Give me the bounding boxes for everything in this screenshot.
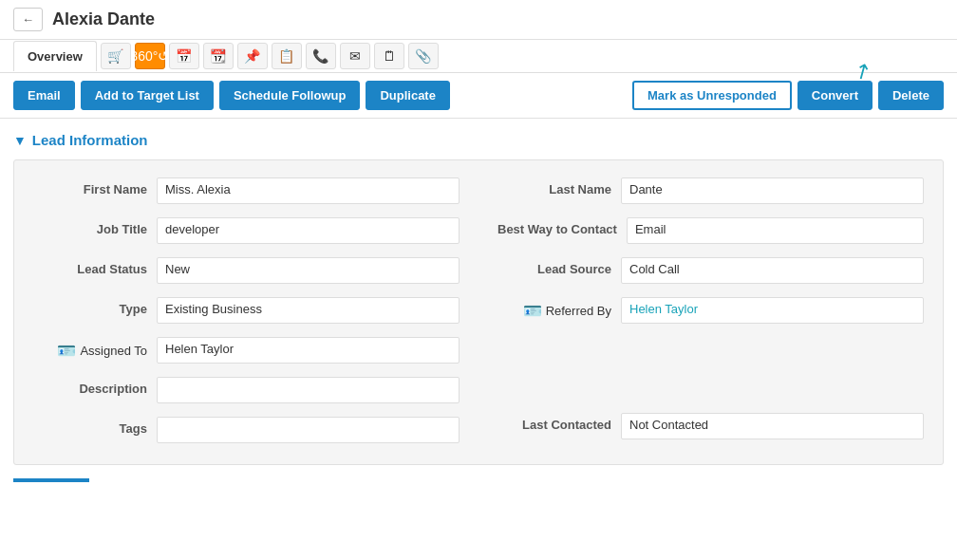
tab-attachment-icon[interactable]: 📎 [408,43,439,69]
referred-by-label: Referred By [546,304,611,318]
spacer-row-1 [497,337,924,367]
action-bar: Email Add to Target List Schedule Follow… [0,73,957,119]
last-name-value[interactable]: Dante [621,177,924,204]
left-column: First Name Miss. Alexia Job Title develo… [33,177,460,447]
tab-calendar2-icon[interactable]: 📆 [203,43,234,69]
back-button[interactable]: ← [13,8,43,31]
tags-value[interactable] [157,417,460,443]
section-header: ▼ Lead Information [13,132,944,148]
description-label: Description [33,377,147,396]
delete-button[interactable]: Delete [878,81,944,110]
job-title-label: Job Title [33,217,147,236]
tab-360-icon[interactable]: 360°↺ [135,43,165,69]
lead-status-label: Lead Status [33,257,147,276]
tags-row: Tags [33,417,460,447]
assigned-to-icon: 🪪 [57,342,76,360]
last-name-label: Last Name [497,177,611,196]
description-value[interactable] [157,377,460,403]
tab-phone-icon[interactable]: 📞 [306,43,336,69]
tab-overview[interactable]: Overview [13,41,97,71]
type-row: Type Existing Business [33,297,460,327]
spacer-row-2 [497,377,924,403]
assigned-to-label-group: 🪪 Assigned To [33,337,147,360]
lead-source-row: Lead Source Cold Call [497,257,924,288]
referred-by-icon: 🪪 [523,302,542,320]
page-title: Alexia Dante [52,9,155,29]
tab-cart-icon[interactable]: 🛒 [101,43,131,69]
tab-pin-icon[interactable]: 📌 [237,43,268,69]
mark-as-unresponded-button[interactable]: Mark as Unresponded [632,81,792,110]
type-value[interactable]: Existing Business [157,297,460,324]
job-title-row: Job Title developer [33,217,460,248]
job-title-value[interactable]: developer [157,217,460,244]
first-name-row: First Name Miss. Alexia [33,177,460,208]
type-label: Type [33,297,147,316]
tab-email-icon[interactable]: ✉ [340,43,370,69]
last-contacted-label: Last Contacted [497,413,611,432]
tab-clipboard-icon[interactable]: 📋 [272,43,302,69]
first-name-label: First Name [33,177,147,196]
tags-label: Tags [33,417,147,436]
form-container: First Name Miss. Alexia Job Title develo… [13,159,944,465]
duplicate-button[interactable]: Duplicate [366,81,450,110]
best-way-label: Best Way to Contact [497,217,617,236]
best-way-value[interactable]: Email [627,217,924,244]
last-name-row: Last Name Dante [497,177,924,208]
first-name-value[interactable]: Miss. Alexia [157,177,460,204]
last-contacted-value: Not Contacted [621,413,924,439]
referred-by-label-group: 🪪 Referred By [497,297,611,320]
lead-source-value[interactable]: Cold Call [621,257,924,284]
referred-by-row: 🪪 Referred By Helen Taylor [497,297,924,327]
right-column: Last Name Dante Best Way to Contact Emai… [497,177,924,447]
email-button[interactable]: Email [13,81,75,110]
bottom-bar [13,478,89,482]
tabs-bar: Overview 🛒 360°↺ 📅 📆 📌 📋 📞 ✉ 🗒 📎 ↗ [0,40,957,73]
tab-calendar1-icon[interactable]: 📅 [169,43,199,69]
page-header: ← Alexia Dante [0,0,957,40]
lead-information-section: ▼ Lead Information First Name Miss. Alex… [0,119,957,465]
referred-by-value[interactable]: Helen Taylor [621,297,924,324]
schedule-followup-button[interactable]: Schedule Followup [219,81,360,110]
chevron-down-icon: ▼ [13,133,27,148]
assigned-to-value[interactable]: Helen Taylor [157,337,460,364]
last-contacted-row: Last Contacted Not Contacted [497,413,924,443]
section-title: Lead Information [32,132,148,148]
lead-source-label: Lead Source [497,257,611,276]
tab-notes-icon[interactable]: 🗒 [374,43,404,69]
assigned-to-label: Assigned To [80,344,147,358]
lead-status-value[interactable]: New [157,257,460,284]
action-right-group: Mark as Unresponded Convert Delete [632,81,944,110]
description-row: Description [33,377,460,407]
add-to-target-list-button[interactable]: Add to Target List [81,81,214,110]
assigned-to-row: 🪪 Assigned To Helen Taylor [33,337,460,367]
best-way-row: Best Way to Contact Email [497,217,924,248]
lead-status-row: Lead Status New [33,257,460,288]
form-grid: First Name Miss. Alexia Job Title develo… [33,177,924,447]
